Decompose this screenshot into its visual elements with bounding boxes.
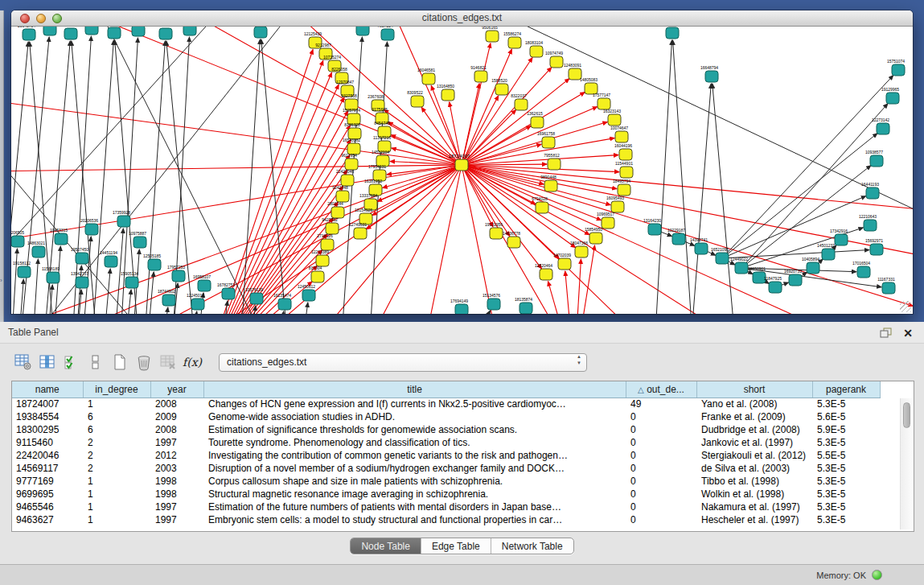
table-scrollbar-thumb[interactable] (903, 402, 910, 428)
table-row[interactable]: 1456911722003Disruption of a novel membe… (12, 462, 880, 475)
graph-node[interactable]: 10974749 (545, 51, 563, 68)
cell-year[interactable]: 2003 (150, 462, 203, 475)
cell-out-degree[interactable]: 0 (626, 410, 696, 423)
graph-edge[interactable] (470, 311, 491, 314)
graph-node[interactable]: 11825804 (60, 27, 77, 39)
graph-node[interactable]: 16033809 (351, 27, 369, 35)
graph-node[interactable]: 8309522 (407, 90, 424, 107)
cell-pagerank[interactable]: 5.6E-5 (812, 410, 880, 423)
column-header-year[interactable]: year (150, 381, 203, 398)
delete-object-icon[interactable] (133, 352, 154, 373)
cell-year[interactable]: 2008 (150, 423, 203, 436)
graph-node[interactable]: 16046581 (417, 68, 435, 84)
cell-title[interactable]: Estimation of the future numbers of pati… (203, 501, 626, 513)
cell-pagerank[interactable]: 5.3E-5 (812, 475, 880, 488)
graph-node[interactable]: 18135874 (515, 297, 532, 314)
cell-year[interactable]: 1997 (150, 436, 203, 449)
cell-out-degree[interactable]: 0 (626, 436, 696, 449)
graph-node[interactable]: 10969517 (597, 212, 614, 229)
graph-node[interactable]: 13164850 (437, 84, 454, 101)
cell-short[interactable]: Jankovic et al. (1997) (696, 436, 812, 449)
cell-out-degree[interactable]: 0 (626, 462, 696, 475)
graph-node[interactable]: 8322037 (511, 93, 528, 110)
table-row[interactable]: 1830029562008Estimation of significance … (12, 423, 880, 436)
cell-out-degree[interactable]: 0 (626, 513, 696, 526)
cell-short[interactable]: Tibbo et al. (1998) (696, 475, 812, 488)
cell-in-degree[interactable]: 2 (83, 462, 150, 475)
graph-edge[interactable] (691, 84, 711, 314)
graph-node[interactable]: 17016504 (852, 261, 870, 278)
cell-short[interactable]: Stergiakouli et al. (2012) (696, 449, 812, 462)
graph-node[interactable]: 15276809 (154, 27, 172, 39)
graph-node[interactable]: 14636778 (503, 231, 520, 248)
graph-node[interactable]: 21206505 (11, 230, 24, 247)
graph-node[interactable]: 18495794 (613, 179, 630, 196)
graph-node[interactable]: 18650901 (748, 266, 766, 283)
graph-node[interactable]: 16648794 (700, 65, 718, 82)
graph-node[interactable]: 7955812 (544, 153, 561, 170)
cell-short[interactable]: Hescheler et al. (1997) (696, 513, 812, 526)
cell-short[interactable]: Dudbridge et al. (2008) (696, 423, 812, 436)
graph-node[interactable]: 20643754 (18, 27, 35, 40)
graph-node[interactable]: 18047366 (570, 241, 588, 257)
zoom-window-button[interactable] (52, 14, 62, 23)
graph-node[interactable]: 16044196 (614, 143, 632, 160)
cell-year[interactable]: 1997 (150, 513, 203, 526)
graph-edge[interactable] (11, 249, 17, 314)
graph-edge[interactable] (204, 60, 323, 314)
tab-edge-table[interactable]: Edge Table (421, 538, 491, 554)
cell-pagerank[interactable]: 5.3E-5 (812, 462, 880, 475)
graph-node[interactable]: 9890448 (540, 175, 557, 192)
graph-node[interactable]: 15586274 (503, 31, 521, 48)
graph-node[interactable]: 15692971 (865, 238, 883, 255)
graph-node[interactable]: 10196533 (127, 27, 145, 36)
cell-name[interactable]: 14569117 (12, 462, 83, 475)
graph-edge[interactable] (462, 165, 493, 227)
cell-pagerank[interactable]: 5.3E-5 (812, 488, 880, 501)
cell-name[interactable]: 19384554 (12, 410, 83, 423)
graph-node[interactable]: 17069974 (179, 27, 196, 35)
graph-node[interactable]: 2803144 (327, 201, 344, 218)
graph-node[interactable]: 13164230 (643, 218, 661, 235)
cell-title[interactable]: Embryonic stem cells: a model to study s… (203, 513, 626, 526)
graph-node[interactable]: 12245012 (187, 293, 204, 310)
cell-year[interactable]: 2009 (150, 410, 203, 423)
cell-short[interactable]: Nakamura et al. (1997) (696, 501, 812, 513)
table-row[interactable]: 2242004622012Investigating the contribut… (12, 449, 880, 462)
network-canvas[interactable]: 1872400712125439921298710735274822605812… (11, 27, 913, 314)
cell-in-degree[interactable]: 2 (83, 449, 150, 462)
graph-node[interactable]: 12449022 (730, 257, 748, 274)
graph-edge[interactable] (462, 165, 913, 211)
cell-in-degree[interactable]: 1 (83, 501, 150, 513)
graph-edge[interactable] (277, 311, 284, 314)
graph-node[interactable]: 16958107 (193, 274, 211, 291)
graph-edge[interactable] (301, 303, 308, 314)
graph-node[interactable]: 14501237 (817, 243, 835, 260)
graph-edge[interactable] (722, 196, 866, 258)
cell-name[interactable]: 9777169 (12, 475, 83, 488)
graph-node[interactable]: 11544901 (615, 161, 633, 178)
cell-in-degree[interactable]: 1 (83, 475, 150, 488)
cell-in-degree[interactable]: 1 (83, 513, 150, 526)
graph-node[interactable]: 12450612 (298, 284, 315, 301)
cell-title[interactable]: Investigating the contribution of common… (203, 449, 626, 462)
left-collapse-strip[interactable]: › (0, 10, 4, 322)
graph-node[interactable]: 10576139 (245, 287, 263, 304)
cell-out-degree[interactable]: 0 (626, 488, 696, 501)
cell-out-degree[interactable]: 0 (626, 423, 696, 436)
graph-node[interactable]: 14451194 (100, 250, 117, 267)
graph-node[interactable]: 17694149 (450, 299, 468, 314)
graph-node[interactable]: 16905733 (661, 27, 679, 39)
cell-title[interactable]: Tourette syndrome. Phenomenology and cla… (203, 436, 626, 449)
graph-node[interactable]: 13942737 (71, 271, 88, 288)
cell-year[interactable]: 1997 (150, 501, 203, 513)
graph-edge[interactable] (673, 40, 693, 314)
graph-edge[interactable] (161, 307, 168, 314)
cell-short[interactable]: de Silva et al. (2003) (696, 462, 812, 475)
collapse-handle-icon[interactable]: › (0, 276, 3, 286)
cell-in-degree[interactable]: 1 (83, 488, 150, 501)
cell-name[interactable]: 18300295 (12, 423, 83, 436)
graph-node[interactable]: 9427552 (322, 217, 339, 234)
graph-node[interactable]: 18744902 (158, 289, 175, 306)
graph-node[interactable]: 16521095 (711, 247, 729, 264)
